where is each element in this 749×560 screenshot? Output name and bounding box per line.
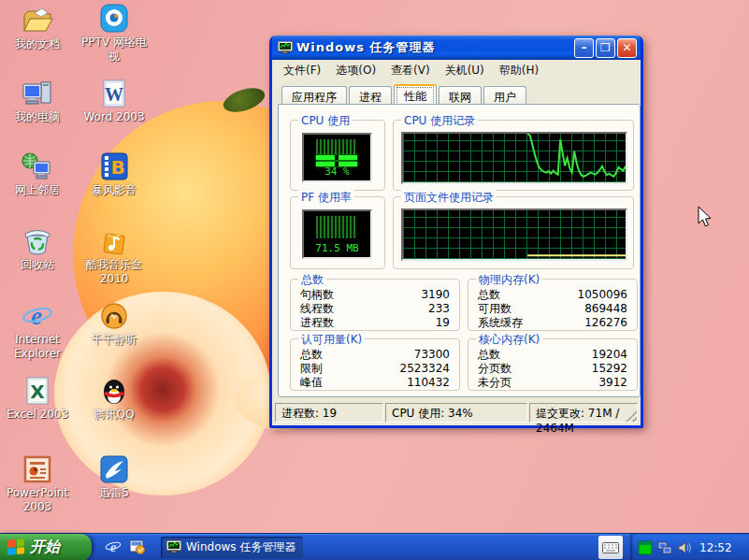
desktop-icon-baofeng[interactable]: B 暴风影音 — [79, 151, 150, 197]
icon-label: Word 2003 — [79, 110, 150, 124]
task-manager-window: Windows 任务管理器 – ❒ ✕ 文件(F) 选项(O) 查看(V) 关机… — [269, 36, 643, 428]
mouse-cursor — [698, 206, 713, 228]
qq-icon — [98, 376, 130, 406]
led-lit — [316, 155, 357, 160]
start-button[interactable]: 开始 — [0, 534, 92, 560]
close-button[interactable]: ✕ — [617, 38, 637, 58]
svg-text:e: e — [110, 539, 117, 554]
title-bar[interactable]: Windows 任务管理器 – ❒ ✕ — [272, 36, 641, 60]
group-title: 总数 — [298, 272, 326, 288]
desktop-icon-recycle-bin[interactable]: 回收站 — [6, 226, 69, 272]
ie-quicklaunch-icon[interactable]: e — [105, 538, 122, 555]
icon-label: 我的文档 — [6, 37, 69, 51]
desktop-icon-qq[interactable]: 腾讯QQ — [79, 376, 150, 422]
start-label: 开始 — [30, 538, 60, 557]
group-title: CPU 使用 — [298, 113, 353, 129]
ie-icon: e — [22, 301, 53, 331]
led-unlit — [316, 139, 357, 154]
stat-row: 总数1050096 — [468, 288, 637, 302]
minimize-button[interactable]: – — [574, 38, 594, 58]
desktop-icon-pptv[interactable]: PPTV 网络电视 — [79, 4, 150, 64]
cpu-usage-group: CPU 使用 34 % — [290, 120, 385, 191]
status-commit: 提交更改: 71M / 2464M — [529, 403, 638, 423]
cpu-history-group: CPU 使用记录 — [393, 120, 634, 191]
icon-label: 千千静听 — [79, 333, 150, 347]
kuwo-icon — [98, 226, 130, 256]
menu-shutdown[interactable]: 关机(U) — [438, 61, 492, 80]
menu-file[interactable]: 文件(F) — [276, 61, 328, 80]
task-manager-icon — [278, 41, 293, 54]
svg-text:W: W — [105, 84, 123, 105]
group-title: 页面文件使用记录 — [401, 190, 497, 206]
group-title: 核心内存(K) — [476, 332, 542, 348]
icon-label: 腾讯QQ — [79, 408, 150, 422]
icon-label: 暴风影音 — [79, 183, 150, 197]
baofeng-icon: B — [98, 151, 130, 181]
svg-text:e: e — [31, 302, 42, 330]
desktop-icon-xunlei[interactable]: 迅雷5 — [79, 454, 150, 500]
network-tray-icon[interactable] — [657, 540, 672, 555]
icon-label: Internet Explorer — [6, 333, 69, 361]
system-tray: 12:52 — [629, 534, 749, 560]
task-manager-icon — [166, 539, 181, 554]
menu-view[interactable]: 查看(V) — [383, 61, 438, 80]
maximize-button[interactable]: ❒ — [596, 38, 615, 58]
ttplayer-icon — [98, 301, 130, 331]
kernel-memory-group: 核心内存(K) 总数19204 分页数15292 未分页3912 — [468, 338, 638, 391]
stat-row: 限制2523324 — [291, 362, 459, 376]
windows-logo-icon — [7, 538, 24, 555]
stat-row: 峰值110432 — [291, 376, 459, 390]
group-title: CPU 使用记录 — [401, 113, 478, 129]
stat-row: 分页数15292 — [468, 362, 637, 376]
led-unlit — [316, 216, 357, 238]
performance-panel: CPU 使用 34 % CPU 使用记录 PF 使用率 71.5 MB 页面文件… — [278, 104, 641, 397]
icon-label: 酷我音乐盒 2010 — [79, 258, 150, 286]
totals-group: 总数 句柄数3190 线程数233 进程数19 — [290, 279, 460, 331]
desktop-icon-internet-explorer[interactable]: e Internet Explorer — [6, 301, 69, 361]
commit-charge-group: 认可用量(K) 总数73300 限制2523324 峰值110432 — [290, 338, 460, 391]
taskbar: 开始 e Windows 任务管理器 12:52 — [0, 533, 749, 560]
status-processes: 进程数: 19 — [275, 403, 383, 423]
volume-tray-icon[interactable] — [677, 540, 692, 555]
desktop-icon-powerpoint-2003[interactable]: PowerPoint 2003 — [6, 454, 69, 514]
icon-label: 我的电脑 — [6, 110, 69, 124]
cpu-usage-meter: 34 % — [302, 133, 372, 182]
window-title: Windows 任务管理器 — [296, 39, 572, 56]
desktop-icon-network-places[interactable]: 网上邻居 — [6, 151, 69, 197]
icon-label: PowerPoint 2003 — [6, 486, 69, 514]
computer-icon — [22, 79, 53, 108]
word-icon: W — [98, 79, 130, 108]
icon-label: 迅雷5 — [79, 486, 150, 500]
desktop-icon-ttplayer[interactable]: 千千静听 — [79, 301, 150, 347]
task-button-label: Windows 任务管理器 — [186, 539, 295, 555]
desktop-icon-my-computer[interactable]: 我的电脑 — [6, 79, 69, 124]
physical-memory-group: 物理内存(K) 总数1050096 可用数869448 系统缓存126276 — [468, 279, 638, 331]
desktop-icon-excel-2003[interactable]: X Excel 2003 — [6, 376, 69, 422]
menu-help[interactable]: 帮助(H) — [492, 61, 546, 80]
cpu-history-graph — [401, 132, 627, 184]
menu-bar: 文件(F) 选项(O) 查看(V) 关机(U) 帮助(H) — [272, 60, 641, 80]
stat-row: 未分页3912 — [468, 376, 637, 390]
desktop-icon-kuwo[interactable]: 酷我音乐盒 2010 — [79, 226, 150, 286]
folder-icon — [22, 6, 53, 36]
desktop-icon-my-documents[interactable]: 我的文档 — [6, 6, 69, 51]
menu-options[interactable]: 选项(O) — [328, 61, 383, 80]
stat-row: 总数19204 — [468, 348, 637, 362]
taskbar-button-task-manager[interactable]: Windows 任务管理器 — [161, 537, 303, 558]
icon-label: 回收站 — [6, 258, 69, 272]
taskmgr-tray-icon[interactable] — [638, 540, 653, 555]
status-bar: 进程数: 19 CPU 使用: 34% 提交更改: 71M / 2464M — [275, 401, 638, 423]
icon-label: Excel 2003 — [6, 408, 69, 422]
svg-text:X: X — [30, 381, 45, 403]
stat-row: 系统缓存126276 — [468, 316, 637, 330]
cpu-usage-value: 34 % — [304, 165, 370, 178]
stat-row: 线程数233 — [291, 302, 459, 316]
pf-history-group: 页面文件使用记录 — [393, 196, 634, 269]
excel-icon: X — [22, 376, 53, 406]
quick-launch-app-icon[interactable] — [129, 538, 146, 555]
language-bar[interactable] — [598, 536, 623, 559]
desktop-icon-word-2003[interactable]: W Word 2003 — [79, 79, 150, 124]
tray-clock: 12:52 — [699, 541, 732, 554]
powerpoint-icon — [22, 454, 53, 484]
stat-row: 总数73300 — [291, 348, 459, 362]
